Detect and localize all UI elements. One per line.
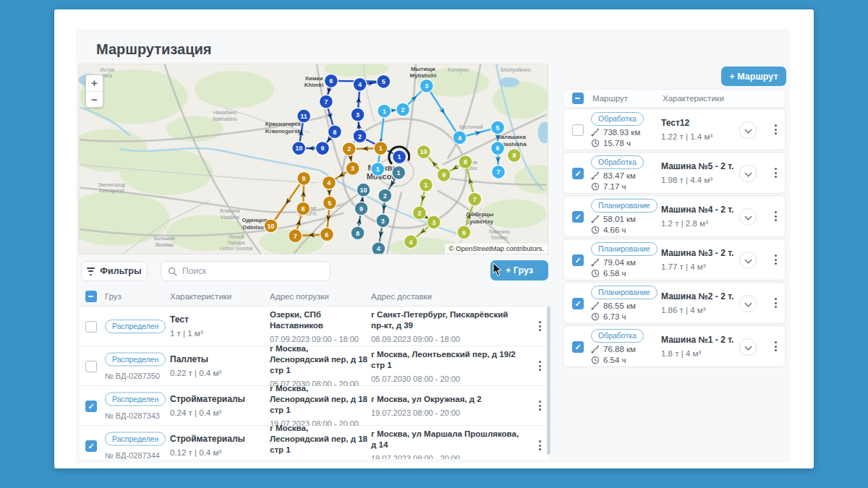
kebab-dot (775, 176, 777, 178)
expand-route-button[interactable] (739, 165, 757, 182)
route-capacity: 1.2 т | 2.8 м³ (661, 219, 735, 228)
expand-route-button[interactable] (739, 208, 757, 226)
filter-icon (87, 267, 95, 275)
row-menu-button[interactable] (769, 296, 782, 310)
marker-number: 3 (425, 82, 428, 90)
search-input[interactable] (182, 266, 323, 276)
route-characteristics-cell: Машина №1 - 2 т.1.8 т | 4 м³ (661, 335, 735, 358)
status-badge: Обработка (591, 328, 644, 343)
zoom-out-button[interactable]: − (86, 91, 103, 107)
cargo-row: ✓Распределен№ ВД-0287343Стройматериалы0.… (80, 386, 550, 426)
kebab-dot (775, 168, 777, 170)
row-menu-button[interactable] (769, 209, 782, 223)
map-city-label: МытищиMytishchi (410, 66, 437, 79)
kebab-dot (539, 401, 541, 403)
marker-number: 3 (381, 218, 385, 225)
cargo-row-checkbox[interactable] (85, 321, 97, 333)
route-row-checkbox[interactable]: ✓ (572, 298, 584, 309)
marker-number: 7 (324, 98, 328, 106)
delivery-address: г Москва, Леонтьевский пер, д 19/2 стр 1 (371, 349, 522, 371)
route-distance: 738.93 км (591, 128, 644, 137)
cargo-row-checkbox[interactable] (85, 361, 97, 372)
route-duration: 15.78 ч (591, 139, 644, 147)
map-city-label: КрасногорскKrasnogorsk (265, 121, 302, 134)
map-city-label: НахабиноNakhabino (213, 110, 237, 121)
route-row-checkbox[interactable] (572, 124, 584, 136)
cargo-id-cell: Распределен (105, 319, 169, 333)
distance-icon (591, 215, 600, 223)
route-distance: 58.01 км (591, 215, 658, 223)
marker-number: 2 (347, 145, 351, 153)
row-menu-button[interactable] (769, 339, 782, 354)
duration-value: 6.54 ч (603, 356, 626, 364)
cargo-number: № ВД-0287344 (105, 451, 169, 460)
status-badge: Распределен (105, 353, 166, 367)
row-menu-button[interactable] (533, 438, 546, 453)
marker-number: 4 (377, 245, 380, 252)
cargo-capacity: 0.24 т | 0.4 м³ (170, 408, 265, 417)
route-distance: 86.55 км (591, 301, 658, 310)
cargo-id-cell: Распределен№ ВД-0287343 (105, 392, 169, 420)
delivery-address-cell: г Москва, ул Маршала Прошлякова, д 1419.… (371, 429, 522, 459)
marker-number: 6 (325, 231, 328, 239)
route-name: Машина №5 - 2 т. (661, 161, 735, 171)
kebab-dot (539, 440, 541, 442)
row-menu-button[interactable] (769, 166, 782, 180)
marker-number: 7 (294, 233, 297, 240)
map-canvas[interactable]: ИстраIstraНахабиноNakhabinoКрасногорскKr… (79, 64, 548, 254)
kebab-dot (775, 132, 777, 134)
distance-value: 83.47 км (603, 171, 636, 180)
route-duration: 6.73 ч (591, 312, 658, 321)
marker-number: 5 (496, 124, 500, 132)
row-menu-button[interactable] (769, 252, 782, 267)
search-box (161, 261, 331, 281)
clock-icon (591, 269, 600, 278)
route-row: ✓Обработка76.88 км6.54 чМашина №1 - 2 т.… (563, 325, 786, 367)
add-route-button[interactable]: + Маршрут (721, 67, 786, 86)
marker-number: 10 (295, 145, 302, 152)
route-row: ✓Планирование79.04 км6.58 чМашина №3 - 2… (563, 239, 786, 281)
kebab-dot (775, 262, 777, 265)
row-menu-button[interactable] (533, 398, 546, 413)
row-menu-button[interactable] (769, 122, 782, 137)
cargo-table-scrollbar[interactable] (547, 307, 550, 455)
marker-number: 1 (397, 169, 401, 176)
search-icon (168, 267, 177, 276)
route-row-checkbox[interactable]: ✓ (572, 211, 584, 223)
cargo-row-checkbox[interactable]: ✓ (85, 401, 97, 412)
route-status-cell: Обработка83.47 км7.17 ч (591, 155, 644, 191)
route-status-cell: Планирование86.55 км6.73 ч (591, 285, 658, 321)
marker-number: 10 (360, 187, 367, 194)
route-capacity: 1.22 т | 1.4 м³ (661, 132, 735, 141)
marker-number: 6 (462, 229, 466, 236)
route-map[interactable]: + − © OpenStreetMap contributors. (78, 64, 548, 254)
routes-select-all-checkbox[interactable] (572, 93, 584, 104)
zoom-in-button[interactable]: + (86, 75, 103, 91)
add-cargo-button[interactable]: + Груз (490, 260, 548, 281)
marker-number: 2 (358, 133, 362, 140)
expand-route-button[interactable] (739, 295, 757, 312)
marker-number: 10 (420, 148, 427, 155)
route-row-checkbox[interactable]: ✓ (572, 168, 584, 179)
app-page: Маршрутизация + − © OpenStreetMap contri… (54, 9, 814, 468)
route-characteristics-cell: Машина №5 - 2 т.1.98 т | 4.4 м³ (661, 161, 735, 184)
status-badge: Распределен (105, 432, 166, 446)
map-city-label: Восточный (459, 124, 483, 129)
row-menu-button[interactable] (533, 319, 546, 333)
expand-route-button[interactable] (739, 252, 757, 269)
filters-button[interactable]: Фильтры (81, 261, 148, 281)
distance-icon (591, 345, 600, 354)
cargo-select-all-checkbox[interactable] (85, 291, 97, 302)
cargo-row-checkbox[interactable]: ✓ (85, 440, 97, 452)
expand-route-button[interactable] (739, 121, 757, 139)
marker-number: 3 (356, 111, 359, 119)
route-row-checkbox[interactable]: ✓ (572, 341, 584, 353)
cargo-row: ✓Распределен№ ВД-0287344Стройматериалы0.… (80, 426, 550, 459)
route-row: ✓Планирование86.55 км6.73 чМашина №2 - 2… (563, 282, 786, 324)
map-city-label: Shchyolkovo (501, 67, 531, 73)
row-menu-button[interactable] (533, 359, 546, 373)
route-characteristics-cell: Тест121.22 т | 1.4 м³ (661, 118, 735, 141)
route-row-checkbox[interactable]: ✓ (572, 254, 584, 266)
expand-route-button[interactable] (739, 338, 757, 356)
load-address-cell: Озерки, СПб Наставников07.09.2023 09:00 … (270, 309, 368, 343)
